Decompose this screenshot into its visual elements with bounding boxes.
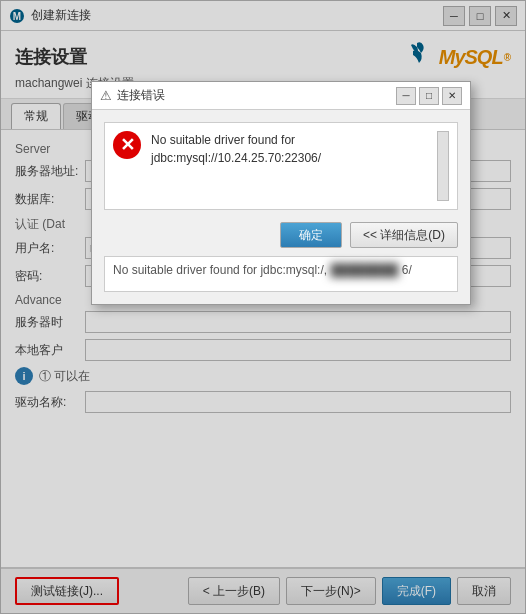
dialog-confirm-button[interactable]: 确定: [280, 222, 342, 248]
dialog-title-bar: ⚠ 连接错误 ─ □ ✕: [92, 82, 470, 110]
dialog-title-text: 连接错误: [117, 87, 396, 104]
lower-message-box: No suitable driver found for jdbc:mysql:…: [104, 256, 458, 292]
dialog-message-text: No suitable driver found for jdbc:mysql:…: [151, 131, 423, 167]
lower-message-suffix: 6/: [402, 263, 412, 277]
dialog-message-area: ✕ No suitable driver found for jdbc:mysq…: [104, 122, 458, 210]
lower-message-prefix: No suitable driver found for jdbc:mysql:…: [113, 263, 327, 277]
error-dialog: ⚠ 连接错误 ─ □ ✕ ✕ No suitable driver found …: [91, 81, 471, 305]
error-icon: ✕: [113, 131, 141, 159]
lower-message-blurred: ████████: [330, 263, 398, 277]
dialog-actions: 确定 << 详细信息(D): [104, 222, 458, 248]
dialog-close-button[interactable]: ✕: [442, 87, 462, 105]
dialog-title-icon: ⚠: [100, 88, 112, 103]
main-window: M 创建新连接 ─ □ ✕ 连接设置 MySQL ® machangwei 连接…: [0, 0, 526, 614]
dialog-detail-button[interactable]: << 详细信息(D): [350, 222, 458, 248]
scroll-bar[interactable]: [437, 131, 449, 201]
dialog-maximize-button[interactable]: □: [419, 87, 439, 105]
dialog-title-controls: ─ □ ✕: [396, 87, 462, 105]
dialog-content: ✕ No suitable driver found for jdbc:mysq…: [92, 110, 470, 304]
dialog-minimize-button[interactable]: ─: [396, 87, 416, 105]
modal-overlay: ⚠ 连接错误 ─ □ ✕ ✕ No suitable driver found …: [1, 1, 525, 613]
